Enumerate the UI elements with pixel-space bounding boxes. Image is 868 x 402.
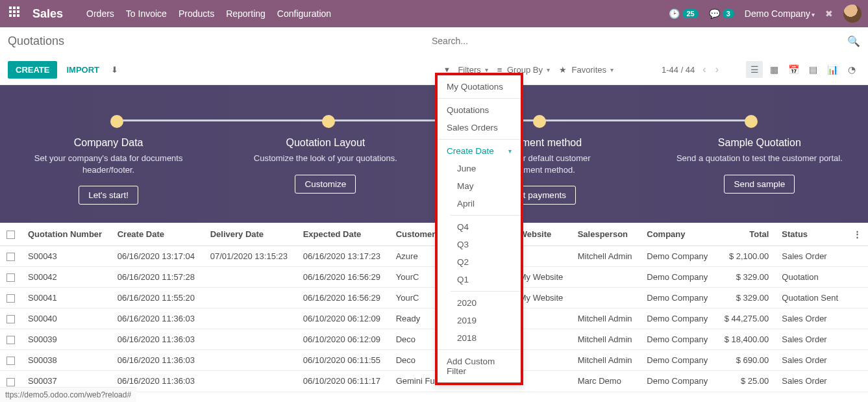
create-button[interactable]: CREATE	[8, 61, 57, 79]
cell-salesperson: Mitchell Admin	[571, 329, 641, 350]
cell-salesperson	[571, 267, 641, 288]
cell-delivery-date	[204, 267, 297, 288]
chat-icon[interactable]: 💬3	[709, 8, 734, 19]
filter-q3[interactable]: Q3	[438, 236, 521, 253]
cell-number: S00038	[21, 350, 111, 371]
filter-q2[interactable]: Q2	[438, 253, 521, 271]
row-checkbox[interactable]	[6, 253, 15, 261]
col-create-date[interactable]: Create Date	[111, 223, 204, 246]
menu-reporting[interactable]: Reporting	[226, 8, 266, 19]
col-total[interactable]: Total	[716, 223, 775, 246]
cell-delivery-date: 07/01/2020 13:15:23	[204, 246, 297, 267]
table-row[interactable]: S0004206/16/2020 11:57:2806/16/2020 16:5…	[0, 267, 868, 288]
filter-month-april[interactable]: April	[438, 195, 521, 212]
col-quotation-number[interactable]: Quotation Number	[21, 223, 111, 246]
pager-prev-icon[interactable]: ‹	[701, 64, 707, 75]
debug-icon[interactable]: ✖	[825, 8, 833, 19]
filter-year-2020[interactable]: 2020	[438, 294, 521, 312]
menu-to-invoice[interactable]: To Invoice	[126, 8, 167, 19]
kanban-view-icon[interactable]: ▦	[765, 61, 782, 78]
row-checkbox[interactable]	[6, 336, 15, 344]
col-salesperson[interactable]: Salesperson	[571, 223, 641, 246]
calendar-view-icon[interactable]: 📅	[785, 61, 802, 78]
menu-configuration[interactable]: Configuration	[277, 8, 331, 19]
cell-total: $ 2,100.00	[716, 246, 775, 267]
col-company[interactable]: Company	[640, 223, 716, 246]
cell-expected-date: 06/10/2020 06:12:09	[297, 308, 390, 329]
banner-title: Sample Quotation	[671, 137, 849, 149]
table-row[interactable]: S0003806/16/2020 11:36:0306/10/2020 06:1…	[0, 350, 868, 371]
row-checkbox[interactable]	[6, 315, 15, 323]
search-input[interactable]	[432, 36, 847, 46]
cell-company: Demo Company	[640, 350, 716, 371]
lets-start-button[interactable]: Let's start!	[79, 186, 138, 205]
row-checkbox[interactable]	[6, 294, 15, 303]
banner-desc: Set your company's data for documents he…	[19, 153, 197, 175]
row-checkbox[interactable]	[6, 378, 15, 386]
company-switcher[interactable]: Demo Company▾	[745, 8, 815, 19]
apps-icon[interactable]	[9, 6, 23, 21]
cell-expected-date: 06/10/2020 06:11:55	[297, 350, 390, 371]
cell-expected-date: 06/10/2020 06:12:09	[297, 329, 390, 350]
col-options-icon[interactable]: ⋮	[847, 223, 868, 246]
col-status[interactable]: Status	[775, 223, 847, 246]
pager-next-icon[interactable]: ›	[714, 64, 720, 75]
col-expected-date[interactable]: Expected Date	[297, 223, 390, 246]
filter-q4[interactable]: Q4	[438, 218, 521, 236]
favorites-dropdown[interactable]: ★ Favorites▾	[559, 65, 614, 75]
cell-total: $ 18,400.00	[716, 329, 775, 350]
import-button[interactable]: IMPORT	[66, 65, 99, 75]
send-sample-button[interactable]: Send sample	[724, 175, 795, 194]
select-all-checkbox[interactable]	[6, 231, 15, 239]
cell-delivery-date	[204, 350, 297, 371]
filter-quotations[interactable]: Quotations	[438, 101, 521, 119]
cell-company: Demo Company	[640, 267, 716, 288]
customize-button[interactable]: Customize	[295, 175, 356, 194]
banner-desc: Send a quotation to test the customer po…	[671, 153, 849, 164]
brand[interactable]: Sales	[32, 7, 63, 21]
search-icon[interactable]: 🔍	[847, 35, 860, 47]
row-checkbox[interactable]	[6, 357, 15, 365]
download-icon[interactable]: ⬇	[111, 65, 118, 75]
menu-products[interactable]: Products	[179, 8, 214, 19]
avatar[interactable]	[843, 5, 862, 23]
filter-month-may[interactable]: May	[438, 177, 521, 195]
list-view-icon[interactable]: ☰	[746, 61, 763, 78]
cell-status: Sales Order	[775, 246, 847, 267]
cell-number: S00043	[21, 246, 111, 267]
cell-salesperson	[571, 288, 641, 308]
cell-create-date: 06/16/2020 13:17:04	[111, 246, 204, 267]
activity-view-icon[interactable]: ◔	[843, 61, 860, 78]
filter-year-2019[interactable]: 2019	[438, 312, 521, 329]
filter-year-2018[interactable]: 2018	[438, 329, 521, 347]
table-row[interactable]: S0004306/16/2020 13:17:0407/01/2020 13:1…	[0, 246, 868, 267]
row-checkbox[interactable]	[6, 273, 15, 282]
cell-number: S00040	[21, 308, 111, 329]
filter-month-june[interactable]: June	[438, 160, 521, 177]
pager-text[interactable]: 1-44 / 44	[662, 65, 695, 75]
pivot-view-icon[interactable]: ▤	[804, 61, 821, 78]
table-row[interactable]: S0004006/16/2020 11:36:0306/10/2020 06:1…	[0, 308, 868, 329]
banner-desc: Customize the look of your quotations.	[236, 153, 414, 164]
table-row[interactable]: S0004106/16/2020 11:55:2006/16/2020 16:5…	[0, 288, 868, 308]
cell-total: $ 44,275.00	[716, 308, 775, 329]
top-menu: Orders To Invoice Products Reporting Con…	[86, 8, 331, 19]
activity-icon[interactable]: 🕑25	[669, 8, 698, 19]
cell-status: Sales Order	[775, 329, 847, 350]
cell-status: Sales Order	[775, 350, 847, 371]
browser-status: ttps://demo5.odoo.com/web?reload#	[0, 387, 136, 402]
filter-my-quotations[interactable]: My Quotations	[438, 78, 521, 95]
menu-orders[interactable]: Orders	[86, 8, 114, 19]
col-delivery-date[interactable]: Delivery Date	[204, 223, 297, 246]
filter-q1[interactable]: Q1	[438, 271, 521, 288]
filter-create-date[interactable]: Create Date▾	[438, 142, 521, 160]
cell-salesperson: Mitchell Admin	[571, 350, 641, 371]
filters-menu: My Quotations Quotations Sales Orders Cr…	[435, 73, 523, 385]
cell-salesperson: Mitchell Admin	[571, 308, 641, 329]
cell-create-date: 06/16/2020 11:36:03	[111, 350, 204, 371]
filter-sales-orders[interactable]: Sales Orders	[438, 119, 521, 136]
cell-status: Quotation Sent	[775, 288, 847, 308]
graph-view-icon[interactable]: 📊	[824, 61, 841, 78]
table-row[interactable]: S0003906/16/2020 11:36:0306/10/2020 06:1…	[0, 329, 868, 350]
filter-add-custom[interactable]: Add Custom Filter	[438, 353, 521, 380]
